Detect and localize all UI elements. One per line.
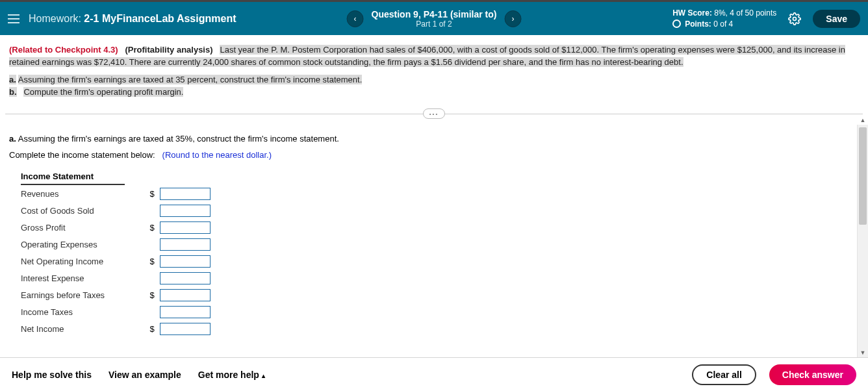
income-row-label: Revenues [21,189,144,199]
income-input[interactable] [160,289,211,301]
question-nav: ‹ Question 9, P4-11 (similar to) Part 1 … [347,9,522,29]
body-seg-1: Last year the P. M. Postem Corporation h… [220,45,417,55]
topic-tag: (Profitability analysis) [125,45,212,55]
view-example-button[interactable]: View an example [108,370,181,380]
points-status-icon [672,19,681,28]
round-note: (Round to the nearest dollar.) [162,150,272,160]
sales-amount: $406,000 [417,45,452,55]
dollar-sign: $ [144,257,160,266]
get-more-help-label: Get more help [198,370,259,380]
tax-rate: 35 [175,75,185,84]
income-input[interactable] [160,255,211,268]
dollar-sign: $ [144,324,160,334]
income-row-label: Cost of Goods Sold [21,206,144,216]
section-divider: ••• [0,107,868,120]
shares-amount: 24,000 [203,57,229,67]
dividend-amount: $1.56 [431,57,452,67]
income-row-label: Net Income [21,324,144,334]
subq-prefix: a. [9,134,16,144]
income-input[interactable] [160,238,211,251]
expand-icon[interactable]: ••• [423,108,445,119]
menu-icon[interactable] [8,12,22,26]
scrollbar[interactable]: ▲ ▼ [857,125,868,357]
homework-name: 2-1 MyFinanceLab Assignment [84,13,236,24]
part-a-suffix: percent, construct the firm's income sta… [185,75,363,84]
work-area: a. Assuming the firm's earnings are taxe… [0,125,868,357]
prev-question-button[interactable]: ‹ [347,10,364,27]
body-seg-5: . There are currently [125,57,203,67]
income-row-label: Earnings before Taxes [21,290,144,300]
homework-prefix: Homework: [29,13,84,24]
cogs-amount: $112,000 [561,45,596,55]
dollar-sign: $ [144,290,160,300]
top-bar: Homework: 2-1 MyFinanceLab Assignment ‹ … [0,0,868,35]
hw-score-value: 8%, 4 of 50 points [712,8,776,18]
check-answer-button[interactable]: Check answer [769,364,856,385]
income-row: Revenues$ [21,185,859,202]
problem-text: (Related to Checkpoint 4.3) (Profitabili… [0,35,868,103]
income-input[interactable] [160,188,211,200]
question-title-block: Question 9, P4-11 (similar to) Part 1 of… [372,9,497,29]
problem-parts: a. Assuming the firm's earnings are taxe… [9,74,859,99]
dollar-sign: $ [144,223,160,233]
body-seg-3: . The firm's operating expenses were [597,45,737,55]
body-seg-7: dividend per share, and the firm has no … [452,57,683,67]
income-row: Gross Profit$ [21,219,859,236]
get-more-help-button[interactable]: Get more help▴ [198,370,265,380]
income-statement-table: Income Statement Revenues$Cost of Goods … [21,169,859,337]
income-row: Cost of Goods Sold [21,202,859,219]
scroll-thumb[interactable] [859,127,867,225]
income-row-label: Interest Expense [21,273,144,283]
question-title: Question 9, P4-11 (similar to) [372,9,497,19]
income-row: Net Income$ [21,320,859,337]
income-input[interactable] [160,323,211,335]
dollar-sign: $ [144,189,160,199]
income-row: Interest Expense [21,270,859,286]
scroll-up-icon[interactable]: ▲ [858,117,868,123]
points-label: Points: [685,19,711,29]
income-row-label: Net Operating Income [21,257,144,266]
retained-amount: $72,410 [94,57,125,67]
next-question-button[interactable]: › [504,10,521,27]
income-input[interactable] [160,272,211,284]
income-input[interactable] [160,306,211,318]
scroll-down-icon[interactable]: ▼ [858,349,868,356]
income-input[interactable] [160,205,211,217]
part-b-prefix: b. [9,87,17,97]
score-block: HW Score: 8%, 4 of 50 points Points: 0 o… [672,8,776,30]
income-row: Net Operating Income$ [21,253,859,270]
income-row: Income Taxes [21,303,859,320]
income-statement-header: Income Statement [21,169,125,185]
checkpoint-tag: (Related to Checkpoint 4.3) [9,45,118,55]
points-value: 0 of 4 [711,19,733,29]
income-row-label: Income Taxes [21,307,144,317]
caret-up-icon: ▴ [262,372,265,379]
income-row: Earnings before Taxes$ [21,286,859,303]
body-seg-6: shares of common stock outstanding, the … [229,57,431,67]
footer-bar: Help me solve this View an example Get m… [0,357,868,391]
help-me-solve-button[interactable]: Help me solve this [12,370,92,380]
income-row-label: Operating Expenses [21,240,144,249]
header-right: HW Score: 8%, 4 of 50 points Points: 0 o… [672,8,860,30]
income-row: Operating Expenses [21,236,859,253]
complete-line-text: Complete the income statement below: [9,150,155,160]
svg-point-0 [793,17,797,20]
hw-score-label: HW Score: [672,8,712,18]
subq-text: Assuming the firm's earnings are taxed a… [18,134,339,144]
question-part: Part 1 of 2 [372,19,497,29]
homework-title: Homework: 2-1 MyFinanceLab Assignment [29,13,236,25]
part-a-text: Assuming the firm's earnings are taxed a… [18,75,175,84]
clear-all-button[interactable]: Clear all [692,364,756,385]
income-row-label: Gross Profit [21,223,144,233]
save-button[interactable]: Save [813,10,860,28]
part-b-text: Compute the firm's operating profit marg… [23,87,183,97]
gear-icon[interactable] [788,12,801,25]
body-seg-2: , with a cost of goods sold of [453,45,562,55]
income-input[interactable] [160,221,211,234]
opex-amount: $125,000 [737,45,772,55]
part-a-prefix: a. [9,75,16,84]
